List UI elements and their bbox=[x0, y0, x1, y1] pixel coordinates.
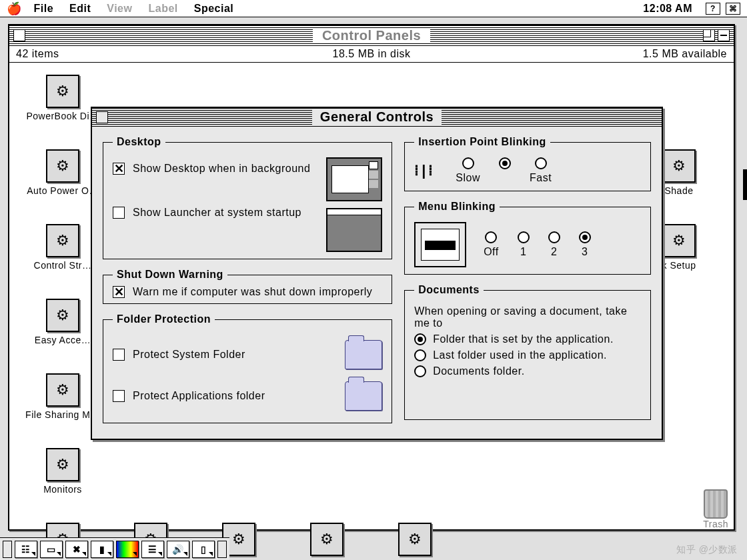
menu-blink-label: Off bbox=[484, 246, 499, 258]
control-panel-label: Easy Acce… bbox=[35, 335, 91, 345]
control-panel-icon: ⚙ bbox=[46, 75, 79, 108]
control-panel-label: File Sharing M… bbox=[25, 409, 100, 420]
shutdown-group: Shut Down Warning Warn me if computer wa… bbox=[103, 269, 392, 304]
shutdown-legend: Shut Down Warning bbox=[113, 269, 227, 281]
menubar-clock[interactable]: 12:08 AM bbox=[643, 3, 692, 15]
show-launcher-checkbox[interactable] bbox=[113, 207, 125, 219]
warn-shutdown-label: Warn me if computer was shut down improp… bbox=[133, 286, 372, 298]
menu-blink-radio[interactable] bbox=[579, 231, 591, 243]
status-avail: 1.5 MB available bbox=[643, 48, 727, 60]
control-panel-icon: ⚙ bbox=[398, 523, 432, 556]
menu-blink-label: 1 bbox=[520, 246, 526, 258]
system-folder-icon bbox=[345, 340, 382, 369]
control-panel-item[interactable]: ⚙Startup Disk bbox=[284, 523, 369, 560]
status-disk: 18.5 MB in disk bbox=[333, 48, 411, 60]
general-controls-window: General Controls Desktop Show Desktop wh… bbox=[91, 107, 663, 440]
menu-blink-label: 2 bbox=[551, 246, 557, 258]
documents-option-radio[interactable] bbox=[414, 333, 426, 345]
close-box[interactable] bbox=[96, 111, 108, 123]
control-panel-icon: ⚙ bbox=[310, 523, 343, 556]
folder-protection-group: Folder Protection Protect System Folder … bbox=[103, 313, 392, 423]
watermark: 知乎 @少数派 bbox=[676, 544, 738, 556]
menu-special[interactable]: Special bbox=[194, 3, 234, 15]
trash[interactable]: Trash bbox=[703, 489, 728, 529]
documents-legend: Documents bbox=[414, 284, 484, 296]
application-menu-icon[interactable]: ⌘ bbox=[726, 3, 740, 15]
control-panel-label: k Setup bbox=[662, 260, 696, 271]
strip-appletalk-button[interactable]: ✖ bbox=[65, 541, 88, 558]
strip-color-button[interactable]: ▮ bbox=[91, 541, 113, 558]
show-desktop-checkbox[interactable] bbox=[113, 163, 125, 175]
status-bar: 42 items 18.5 MB in disk 1.5 MB availabl… bbox=[9, 45, 734, 63]
cursor-blink-icon: ⁞|⁞ bbox=[414, 162, 436, 179]
documents-group: Documents When opening or saving a docum… bbox=[404, 284, 651, 420]
trash-icon bbox=[704, 489, 728, 519]
insertion-blink-group: Insertion Point Blinking ⁞|⁞ SlowFast bbox=[404, 136, 651, 191]
control-panel-icon: ⚙ bbox=[662, 149, 696, 183]
menu-blink-radio[interactable] bbox=[518, 231, 530, 243]
protect-apps-label: Protect Applications folder bbox=[133, 390, 265, 402]
strip-collapse-tab[interactable] bbox=[3, 541, 12, 558]
menu-blink-icon bbox=[414, 222, 466, 267]
insertion-speed-radio[interactable] bbox=[462, 157, 474, 169]
apps-folder-icon bbox=[345, 381, 382, 411]
control-panel-item[interactable]: ⚙Monitors bbox=[20, 448, 105, 495]
strip-expand-tab[interactable] bbox=[217, 541, 227, 558]
strip-monitor-button[interactable]: ▭ bbox=[40, 541, 63, 558]
control-panel-label: Control Str… bbox=[34, 260, 92, 271]
control-panel-icon: ⚙ bbox=[46, 299, 79, 332]
folder-protection-legend: Folder Protection bbox=[113, 313, 215, 325]
menu-blink-label: 3 bbox=[582, 246, 588, 258]
protect-system-label: Protect System Folder bbox=[133, 349, 245, 361]
warn-shutdown-checkbox[interactable] bbox=[113, 286, 125, 298]
documents-option-radio[interactable] bbox=[414, 365, 426, 377]
strip-monitors-button[interactable] bbox=[116, 541, 139, 558]
documents-option-label: Last folder used in the application. bbox=[433, 349, 607, 361]
help-icon[interactable]: ? bbox=[706, 3, 720, 15]
control-panels-titlebar[interactable]: Control Panels bbox=[9, 25, 734, 45]
menubar: 🍎 File Edit View Label Special 12:08 AM … bbox=[0, 0, 747, 17]
control-panel-label: Auto Power O… bbox=[27, 185, 99, 196]
desktop-group: Desktop Show Desktop when in background … bbox=[103, 136, 392, 259]
menu-blink-radio[interactable] bbox=[485, 231, 497, 243]
strip-filesharing-button[interactable]: ☷ bbox=[15, 541, 37, 558]
control-panel-icon: ⚙ bbox=[46, 448, 79, 481]
apple-menu-icon[interactable]: 🍎 bbox=[7, 1, 22, 16]
window-title: Control Panels bbox=[313, 28, 430, 43]
status-items: 42 items bbox=[16, 48, 59, 60]
dialog-title: General Controls bbox=[312, 109, 442, 125]
control-panel-label: Monitors bbox=[43, 484, 82, 495]
documents-option-radio[interactable] bbox=[414, 349, 426, 361]
collapse-box[interactable] bbox=[718, 29, 730, 41]
insertion-speed-label: Fast bbox=[530, 172, 552, 184]
protect-system-checkbox[interactable] bbox=[113, 349, 125, 361]
menu-blink-legend: Menu Blinking bbox=[414, 201, 500, 213]
control-panel-item[interactable]: ⚙Text bbox=[372, 523, 458, 560]
close-box[interactable] bbox=[13, 29, 25, 41]
insertion-blink-legend: Insertion Point Blinking bbox=[414, 136, 550, 148]
insertion-speed-radio[interactable] bbox=[535, 157, 547, 169]
control-panel-icon: ⚙ bbox=[46, 224, 79, 257]
control-panel-icon: ⚙ bbox=[46, 149, 79, 183]
control-strip: ☷ ▭ ✖ ▮ ☰ 🔊 ▯ bbox=[0, 537, 229, 560]
control-panel-icon: ⚙ bbox=[46, 373, 79, 407]
control-panel-label: Shade bbox=[665, 185, 694, 196]
strip-printing-button[interactable]: ☰ bbox=[141, 541, 164, 558]
menu-blink-radio[interactable] bbox=[548, 231, 560, 243]
strip-volume-button[interactable]: ▯ bbox=[192, 541, 215, 558]
strip-sound-button[interactable]: 🔊 bbox=[167, 541, 189, 558]
control-panel-label: PowerBook Di… bbox=[26, 111, 99, 121]
trash-label: Trash bbox=[703, 519, 728, 529]
insertion-speed-radio[interactable] bbox=[499, 157, 511, 169]
show-desktop-label: Show Desktop when in background bbox=[133, 163, 310, 175]
menu-blink-group: Menu Blinking Off123 bbox=[404, 201, 651, 275]
zoom-box[interactable] bbox=[703, 29, 715, 41]
general-controls-titlebar[interactable]: General Controls bbox=[92, 108, 662, 127]
menu-edit[interactable]: Edit bbox=[69, 3, 91, 15]
menu-label: Label bbox=[148, 3, 177, 15]
control-panel-icon: ⚙ bbox=[662, 224, 696, 257]
protect-apps-checkbox[interactable] bbox=[113, 390, 125, 402]
desktop-edge-marker bbox=[743, 169, 747, 200]
documents-option-label: Documents folder. bbox=[433, 365, 524, 377]
menu-file[interactable]: File bbox=[34, 3, 54, 15]
